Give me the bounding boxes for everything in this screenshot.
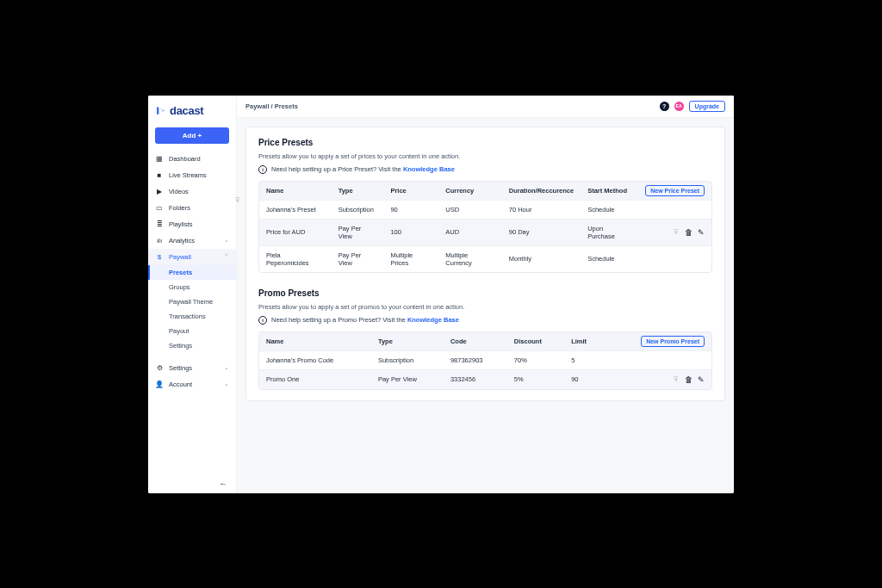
sidebar-item-paywall[interactable]: $ Paywall ⌃ xyxy=(148,249,236,265)
price-help-line: i Need help setting up a Price Preset? V… xyxy=(258,165,712,174)
breadcrumb: Paywall / Presets xyxy=(245,102,298,110)
sidebar-item-label: Videos xyxy=(169,188,189,195)
brand-logo: dacast xyxy=(148,96,236,124)
sidebar-item-label: Analytics xyxy=(169,237,195,244)
subnav-transactions[interactable]: Transactions xyxy=(148,309,236,324)
cell-type: Pay Per View xyxy=(332,219,384,245)
promo-help-text: Need help setting up a Promo Preset? Vis… xyxy=(271,316,407,324)
sidebar-item-playlists[interactable]: ≣ Playlists xyxy=(148,216,236,232)
table-row[interactable]: Piela Peperomicides Pay Per View Multipl… xyxy=(259,245,711,272)
add-button[interactable]: Add + xyxy=(155,127,229,144)
promo-presets-title: Promo Presets xyxy=(258,288,712,298)
new-price-preset-button[interactable]: New Price Preset xyxy=(645,185,705,196)
avatar[interactable]: EA xyxy=(674,102,684,111)
col-name: Name xyxy=(259,332,371,351)
price-presets-title: Price Presets xyxy=(258,138,712,147)
topbar: Paywall / Presets ? EA Upgrade xyxy=(237,96,734,118)
col-price: Price xyxy=(383,182,438,201)
sidebar-item-analytics[interactable]: ılı Analytics ⌄ xyxy=(148,232,236,249)
edit-icon[interactable]: ✎ xyxy=(698,228,705,237)
table-row[interactable]: Promo One Pay Per View 3332456 5% 90 ☟ 🗑 xyxy=(259,369,711,389)
paywall-subnav: Presets Groups Paywall Theme Transaction… xyxy=(148,265,236,353)
delete-icon[interactable]: 🗑 xyxy=(685,228,693,237)
arrow-left-icon: ← xyxy=(219,479,227,488)
help-icon[interactable]: ? xyxy=(660,102,669,111)
analytics-icon: ılı xyxy=(155,237,164,244)
cell-name: Promo One xyxy=(259,369,371,389)
sidebar-item-account[interactable]: 👤 Account ⌄ xyxy=(148,376,236,393)
knowledge-base-link[interactable]: Knowledge Base xyxy=(403,165,455,173)
cell-currency: USD xyxy=(438,200,501,219)
content: Price Presets Presets allow you to apply… xyxy=(237,118,734,493)
dashboard-icon: ▦ xyxy=(155,155,164,163)
brand-name: dacast xyxy=(170,104,203,117)
camera-icon: ■ xyxy=(155,171,164,179)
sidebar-item-label: Settings xyxy=(169,364,192,372)
cell-name: Johanna's Promo Code xyxy=(259,350,371,369)
cell-type: Pay Per View xyxy=(332,245,384,272)
sidebar-item-label: Paywall xyxy=(169,253,191,261)
col-name: Name xyxy=(259,182,332,201)
upgrade-button[interactable]: Upgrade xyxy=(689,101,725,112)
table-row[interactable]: Johanna's Promo Code Subscription 987362… xyxy=(259,350,711,369)
table-row[interactable]: Johanna's Preset Subscription 90 USD 70 … xyxy=(259,200,711,219)
play-icon: ▶ xyxy=(155,188,164,195)
cell-type: Subscription xyxy=(371,350,444,369)
table-row[interactable]: Price for AUD Pay Per View 100 AUD 90 Da… xyxy=(259,219,711,245)
price-help-text: Need help setting up a Price Preset? Vis… xyxy=(271,165,403,173)
cell-limit: 90 xyxy=(564,369,605,389)
sidebar-item-dashboard[interactable]: ▦ Dashboard xyxy=(148,151,236,167)
sidebar-item-label: Playlists xyxy=(169,220,193,228)
info-icon: i xyxy=(258,165,267,174)
cell-duration: 70 Hour xyxy=(502,200,581,219)
presets-card: Price Presets Presets allow you to apply… xyxy=(245,127,725,401)
row-actions: ☟ 🗑 ✎ xyxy=(645,228,705,237)
cell-name: Johanna's Preset xyxy=(259,200,332,219)
subnav-presets[interactable]: Presets xyxy=(148,265,236,280)
sidebar-item-settings[interactable]: ⚙ Settings ⌄ xyxy=(148,360,236,376)
topbar-actions: ? EA Upgrade xyxy=(660,101,725,112)
folder-icon: ▭ xyxy=(155,204,164,212)
edit-icon[interactable]: ✎ xyxy=(698,375,705,384)
app-window: dacast Add + ▦ Dashboard ■ Live Streams … xyxy=(148,96,734,493)
cell-start: Schedule xyxy=(581,200,638,219)
main-panel: Paywall / Presets ? EA Upgrade Price Pre… xyxy=(237,96,734,493)
promo-help-line: i Need help setting up a Promo Preset? V… xyxy=(258,316,712,325)
info-icon: i xyxy=(258,316,267,325)
playlist-icon: ≣ xyxy=(155,220,164,228)
new-promo-preset-button[interactable]: New Promo Preset xyxy=(641,336,705,347)
cursor-icon: ☟ xyxy=(235,196,239,204)
cell-start: Upon Purchase xyxy=(581,219,638,245)
sidebar-item-videos[interactable]: ▶ Videos ☟ xyxy=(148,183,236,200)
sidebar-item-label: Folders xyxy=(169,204,190,212)
cursor-icon: ☟ xyxy=(674,375,678,383)
cell-discount: 5% xyxy=(507,369,564,389)
primary-nav: ▦ Dashboard ■ Live Streams ▶ Videos ☟ ▭ … xyxy=(148,151,236,393)
price-table: Name Type Price Currency Duration/Reccur… xyxy=(258,181,712,273)
subnav-paywall-theme[interactable]: Paywall Theme xyxy=(148,294,236,309)
sidebar-item-folders[interactable]: ▭ Folders xyxy=(148,200,236,216)
cell-price: 90 xyxy=(383,200,438,219)
subnav-settings[interactable]: Settings xyxy=(148,338,236,353)
row-actions: ☟ 🗑 ✎ xyxy=(612,375,705,384)
knowledge-base-link[interactable]: Knowledge Base xyxy=(407,316,459,324)
cell-name: Price for AUD xyxy=(259,219,332,245)
col-code: Code xyxy=(444,332,507,351)
cell-currency: AUD xyxy=(438,219,501,245)
cell-duration: 90 Day xyxy=(502,219,581,245)
col-start: Start Method xyxy=(581,182,638,201)
promo-table: Name Type Code Discount Limit New Promo … xyxy=(258,331,712,390)
brand-mark-icon xyxy=(155,105,166,116)
sidebar-item-label: Live Streams xyxy=(169,171,207,179)
promo-presets-desc: Presets allow you to apply a set of prom… xyxy=(258,303,712,311)
dollar-icon: $ xyxy=(155,253,164,261)
delete-icon[interactable]: 🗑 xyxy=(685,375,693,384)
col-limit: Limit xyxy=(564,332,605,351)
cell-currency: Multiple Currency xyxy=(438,245,501,272)
subnav-groups[interactable]: Groups xyxy=(148,280,236,294)
subnav-payout[interactable]: Payout xyxy=(148,324,236,338)
sidebar-item-label: Account xyxy=(169,381,192,388)
sidebar-item-live-streams[interactable]: ■ Live Streams xyxy=(148,167,236,183)
cell-price: Multiple Prices xyxy=(383,245,438,272)
collapse-sidebar-button[interactable]: ← xyxy=(148,473,236,493)
